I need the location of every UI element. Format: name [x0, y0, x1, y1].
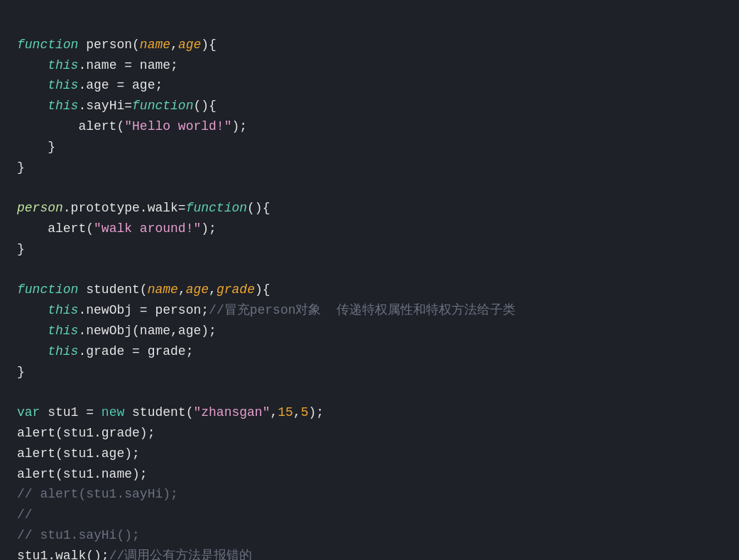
line-25: // stu1.sayHi(); — [17, 528, 140, 542]
line-23: // alert(stu1.sayHi); — [17, 487, 178, 501]
line-5: alert("Hello world!"); — [17, 119, 247, 133]
line-16: this.grade = grade; — [17, 344, 193, 358]
code-editor: function person(name,age){ this.name = n… — [17, 14, 722, 560]
line-9: person.prototype.walk=function(){ — [17, 201, 270, 215]
line-14: this.newObj = person;//冒充person对象 传递特权属性… — [17, 303, 515, 317]
line-11: } — [17, 242, 25, 256]
line-2: this.name = name; — [17, 58, 178, 72]
line-13: function student(name,age,grade){ — [17, 282, 270, 297]
line-20: alert(stu1.grade); — [17, 426, 155, 440]
line-17: } — [17, 365, 25, 379]
line-1: function person(name,age){ — [17, 38, 217, 52]
line-26: stu1.walk();//调用公有方法是报错的 — [17, 549, 252, 560]
line-24: // — [17, 507, 33, 522]
line-10: alert("walk around!"); — [17, 221, 217, 236]
line-22: alert(stu1.name); — [17, 467, 148, 481]
line-7: } — [17, 160, 25, 175]
line-3: this.age = age; — [17, 78, 163, 92]
line-19: var stu1 = new student("zhansgan",15,5); — [17, 405, 324, 419]
line-6: } — [17, 140, 55, 154]
line-21: alert(stu1.age); — [17, 446, 140, 461]
line-4: this.sayHi=function(){ — [17, 99, 217, 113]
line-15: this.newObj(name,age); — [17, 324, 217, 338]
